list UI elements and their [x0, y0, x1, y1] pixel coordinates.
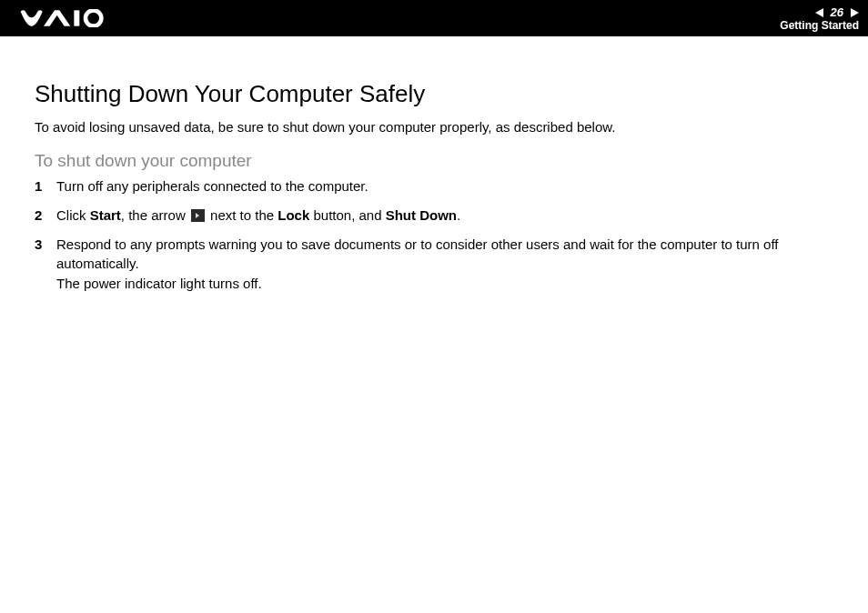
step-2-text: Click Start, the arrow next to the Lock … [56, 206, 853, 226]
page-content: Shutting Down Your Computer Safely To av… [0, 36, 868, 294]
arrow-right-icon [191, 209, 205, 222]
step-1-text: Turn off any peripherals connected to th… [56, 176, 853, 196]
step-3-text: Respond to any prompts warning you to sa… [56, 235, 853, 294]
header-bar: 26 Getting Started [0, 0, 868, 36]
page-number: 26 [831, 6, 843, 19]
subtitle: To shut down your computer [35, 151, 853, 171]
svg-point-1 [86, 10, 101, 25]
intro-text: To avoid losing unsaved data, be sure to… [35, 117, 853, 136]
start-label: Start [90, 207, 121, 223]
steps-list: Turn off any peripherals connected to th… [35, 176, 853, 294]
lock-label: Lock [278, 207, 309, 223]
next-page-icon[interactable] [851, 8, 859, 17]
page-nav: 26 [815, 6, 859, 19]
svg-rect-0 [74, 10, 79, 25]
section-title: Getting Started [780, 20, 859, 32]
page-title: Shutting Down Your Computer Safely [35, 80, 853, 108]
step-item: Click Start, the arrow next to the Lock … [35, 206, 853, 226]
shutdown-label: Shut Down [386, 207, 457, 223]
vaio-logo [16, 0, 107, 36]
header-right: 26 Getting Started [780, 5, 859, 31]
step-item: Respond to any prompts warning you to sa… [35, 235, 853, 294]
prev-page-icon[interactable] [815, 8, 823, 17]
step-item: Turn off any peripherals connected to th… [35, 176, 853, 196]
